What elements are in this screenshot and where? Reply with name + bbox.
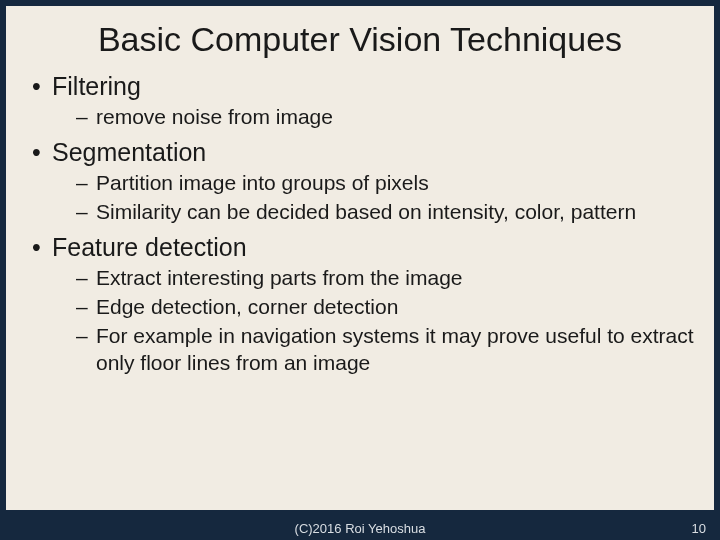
bullet-label: Segmentation	[52, 138, 206, 166]
bullet-label: Feature detection	[52, 233, 247, 261]
slide-footer: (C)2016 Roi Yehoshua 10	[0, 514, 720, 540]
sub-bullet-list: Extract interesting parts from the image…	[52, 265, 696, 377]
footer-copyright: (C)2016 Roi Yehoshua	[0, 521, 720, 536]
sub-bullet-item: Partition image into groups of pixels	[76, 170, 696, 197]
bullet-list: Filtering remove noise from image Segmen…	[24, 71, 696, 377]
bullet-item: Feature detection Extract interesting pa…	[30, 232, 696, 377]
slide-title: Basic Computer Vision Techniques	[24, 20, 696, 59]
bullet-item: Filtering remove noise from image	[30, 71, 696, 131]
sub-bullet-item: remove noise from image	[76, 104, 696, 131]
slide-frame: Basic Computer Vision Techniques Filteri…	[0, 0, 720, 540]
bullet-label: Filtering	[52, 72, 141, 100]
footer-page-number: 10	[692, 521, 706, 536]
sub-bullet-item: Edge detection, corner detection	[76, 294, 696, 321]
sub-bullet-list: remove noise from image	[52, 104, 696, 131]
sub-bullet-list: Partition image into groups of pixels Si…	[52, 170, 696, 226]
sub-bullet-item: Similarity can be decided based on inten…	[76, 199, 696, 226]
slide-body: Basic Computer Vision Techniques Filteri…	[6, 6, 714, 510]
sub-bullet-item: Extract interesting parts from the image	[76, 265, 696, 292]
bullet-item: Segmentation Partition image into groups…	[30, 137, 696, 226]
sub-bullet-item: For example in navigation systems it may…	[76, 323, 696, 377]
